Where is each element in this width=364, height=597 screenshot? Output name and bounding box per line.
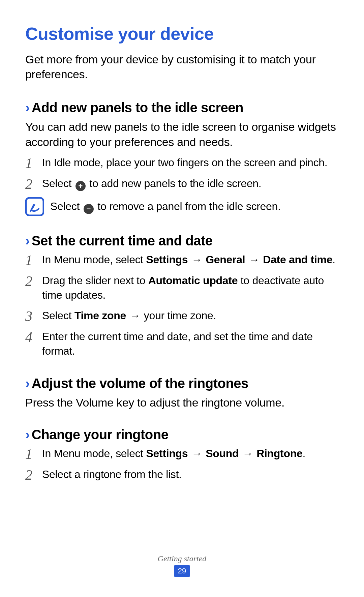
text: your time zone. bbox=[141, 309, 216, 322]
bold: Settings bbox=[146, 253, 188, 266]
chevron-icon: › bbox=[25, 100, 30, 115]
arrow-icon: → bbox=[242, 447, 253, 459]
step-1: 1 In Idle mode, place your two fingers o… bbox=[25, 155, 339, 170]
arrow-icon: → bbox=[191, 447, 202, 459]
step-text: In Menu mode, select Settings → Sound → … bbox=[42, 446, 339, 461]
text: Drag the slider next to bbox=[42, 274, 148, 287]
step-number: 3 bbox=[25, 308, 42, 323]
step-text: Select Time zone → your time zone. bbox=[42, 308, 339, 323]
arrow-icon: → bbox=[130, 309, 141, 322]
step-number: 2 bbox=[25, 176, 42, 191]
bold: Sound bbox=[206, 447, 239, 459]
bold: Time zone bbox=[74, 309, 126, 322]
chevron-icon: › bbox=[25, 233, 30, 248]
step-2: 2 Select + to add new panels to the idle… bbox=[25, 176, 339, 191]
heading-text: Set the current time and date bbox=[32, 233, 213, 248]
chevron-icon: › bbox=[25, 376, 30, 391]
heading-text: Change your ringtone bbox=[32, 427, 169, 442]
text: In Menu mode, select bbox=[42, 447, 146, 459]
intro-text: Get more from your device by customising… bbox=[25, 52, 339, 82]
heading-time-date: ›Set the current time and date bbox=[25, 232, 339, 249]
text: . bbox=[302, 447, 305, 459]
desc-volume: Press the Volume key to adjust the ringt… bbox=[25, 395, 339, 410]
heading-add-panels: ›Add new panels to the idle screen bbox=[25, 99, 339, 116]
page-content: Customise your device Get more from your… bbox=[0, 0, 364, 482]
page-number: 29 bbox=[174, 565, 190, 577]
step-text: In Idle mode, place your two fingers on … bbox=[42, 155, 339, 170]
note-text: Select − to remove a panel from the idle… bbox=[50, 199, 281, 214]
heading-text: Adjust the volume of the ringtones bbox=[32, 376, 248, 391]
text-after: to remove a panel from the idle screen. bbox=[95, 200, 281, 212]
text-after: to add new panels to the idle screen. bbox=[87, 177, 262, 189]
text: Select bbox=[42, 309, 74, 322]
step-text: Enter the current time and date, and set… bbox=[42, 329, 339, 358]
text-before: Select bbox=[50, 200, 83, 212]
bold: Ringtone bbox=[256, 447, 302, 459]
text: . bbox=[332, 253, 335, 266]
section-volume: ›Adjust the volume of the ringtones Pres… bbox=[25, 375, 339, 410]
step-2: 2 Select a ringtone from the list. bbox=[25, 467, 339, 482]
step-3: 3 Select Time zone → your time zone. bbox=[25, 308, 339, 323]
arrow-icon: → bbox=[249, 253, 260, 266]
text-before: Select bbox=[42, 177, 74, 189]
bold: Settings bbox=[146, 447, 188, 459]
desc-add-panels: You can add new panels to the idle scree… bbox=[25, 119, 339, 149]
arrow-icon: → bbox=[191, 253, 202, 266]
page-title: Customise your device bbox=[25, 24, 339, 44]
step-1: 1 In Menu mode, select Settings → Genera… bbox=[25, 252, 339, 267]
chevron-icon: › bbox=[25, 427, 30, 442]
text: In Menu mode, select bbox=[42, 253, 146, 266]
step-number: 4 bbox=[25, 329, 42, 344]
step-text: Drag the slider next to Automatic update… bbox=[42, 273, 339, 302]
bold: Date and time bbox=[263, 253, 332, 266]
step-text: Select + to add new panels to the idle s… bbox=[42, 176, 339, 191]
heading-ringtone: ›Change your ringtone bbox=[25, 426, 339, 443]
step-number: 2 bbox=[25, 273, 42, 288]
step-number: 2 bbox=[25, 467, 42, 482]
step-number: 1 bbox=[25, 252, 42, 267]
step-text: Select a ringtone from the list. bbox=[42, 467, 339, 482]
step-2: 2 Drag the slider next to Automatic upda… bbox=[25, 273, 339, 302]
section-add-panels: ›Add new panels to the idle screen You c… bbox=[25, 99, 339, 216]
section-time-date: ›Set the current time and date 1 In Menu… bbox=[25, 232, 339, 359]
bold: General bbox=[206, 253, 245, 266]
footer: Getting started 29 bbox=[0, 554, 364, 577]
step-1: 1 In Menu mode, select Settings → Sound … bbox=[25, 446, 339, 461]
minus-icon: − bbox=[84, 204, 94, 214]
step-4: 4 Enter the current time and date, and s… bbox=[25, 329, 339, 358]
footer-section-label: Getting started bbox=[0, 554, 364, 563]
section-ringtone: ›Change your ringtone 1 In Menu mode, se… bbox=[25, 426, 339, 482]
step-text: In Menu mode, select Settings → General … bbox=[42, 252, 339, 267]
step-number: 1 bbox=[25, 155, 42, 170]
note-icon bbox=[25, 197, 44, 216]
plus-icon: + bbox=[75, 181, 86, 191]
bold: Automatic update bbox=[148, 274, 238, 287]
heading-volume: ›Adjust the volume of the ringtones bbox=[25, 375, 339, 392]
step-number: 1 bbox=[25, 446, 42, 461]
heading-text: Add new panels to the idle screen bbox=[32, 100, 243, 115]
svg-rect-0 bbox=[26, 198, 43, 215]
note-row: Select − to remove a panel from the idle… bbox=[25, 197, 339, 216]
